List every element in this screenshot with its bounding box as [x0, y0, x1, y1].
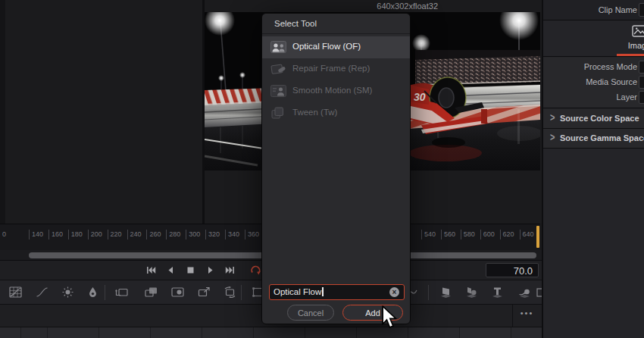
- layer-row: Layer: [543, 90, 644, 105]
- tool-item-label: Repair Frame (Rep): [292, 64, 370, 73]
- ruler-tick-label: 240: [130, 230, 142, 238]
- repair-frame-icon: [270, 63, 286, 75]
- inspector-empty-area: [543, 149, 644, 338]
- ruler-tick-label: 260: [149, 230, 161, 238]
- merge-3d-icon[interactable]: [518, 286, 532, 299]
- chevron-right-icon: >: [550, 112, 555, 124]
- viewer-resolution-label: 640x302xfloat32: [377, 2, 438, 11]
- tool-item-optical-flow[interactable]: Optical Flow (OF): [262, 36, 410, 58]
- fusion-window: 30 640x302xfloat32 0 1401601802002202402…: [0, 0, 644, 338]
- ruler-tick-label: 540: [424, 230, 436, 238]
- ruler-tick-label: 600: [483, 230, 495, 238]
- select-tool-dialog: Select Tool Optical Flow (OF) Repair Fra…: [261, 13, 411, 324]
- clip-name-field[interactable]: [639, 3, 644, 17]
- inspector-sections: > Source Color Space > Source Gamma Spac…: [543, 109, 644, 149]
- timeline-end-marker: [536, 226, 539, 248]
- media-source-label: Media Source: [586, 77, 637, 86]
- options-menu-icon: •••: [513, 308, 541, 318]
- keyframe-grid-strip: [0, 327, 542, 338]
- tool-item-tween[interactable]: Tween (Tw): [262, 102, 410, 124]
- clear-icon: ×: [392, 288, 397, 296]
- transform-icon[interactable]: [224, 286, 237, 299]
- panel-options-button[interactable]: •••: [512, 305, 540, 327]
- ruler-tick-label: 140: [32, 230, 43, 238]
- tween-icon: [270, 107, 286, 119]
- process-mode-row: Process Mode: [543, 60, 644, 75]
- ruler-tick-label: 640: [523, 230, 534, 238]
- media-source-select[interactable]: [639, 76, 644, 89]
- inspector-tab-row: Image: [543, 20, 644, 57]
- text-caret: [322, 287, 324, 296]
- tool-item-smooth-motion[interactable]: Smooth Motion (SM): [262, 80, 410, 102]
- layer-select[interactable]: [639, 91, 644, 104]
- media-source-row: Media Source: [543, 75, 644, 90]
- process-mode-select[interactable]: [639, 61, 644, 74]
- merge-icon[interactable]: [145, 286, 158, 299]
- source-gamma-space-section[interactable]: > Source Gamma Space: [543, 129, 644, 149]
- color-curves-icon[interactable]: [9, 286, 23, 299]
- inspector-panel: Clip Name Image Process Mode: [542, 0, 644, 338]
- brightness-contrast-icon[interactable]: [61, 286, 75, 299]
- ruler-tick-label: 580: [464, 230, 475, 238]
- ruler-tick-label: 280: [169, 230, 180, 238]
- ruler-tick: [68, 230, 69, 239]
- clip-name-label: Clip Name: [599, 5, 637, 14]
- skip-to-start-button[interactable]: [146, 265, 156, 275]
- clear-input-button[interactable]: ×: [389, 287, 399, 297]
- ruler-tick-label: 200: [91, 230, 102, 238]
- ruler-tick-label: 300: [189, 230, 200, 238]
- play-button[interactable]: [205, 265, 215, 275]
- source-color-space-section[interactable]: > Source Color Space: [543, 109, 644, 129]
- image-plane-3d-icon[interactable]: [439, 286, 453, 299]
- ruler-tick: [500, 230, 501, 239]
- optical-flow-icon: [270, 41, 286, 53]
- ruler-tick: [205, 230, 206, 239]
- ruler-tick-label: 180: [71, 230, 83, 238]
- tool-list: Optical Flow (OF) Repair Frame (Rep) Smo…: [262, 36, 410, 124]
- ruler-tick: [146, 230, 147, 239]
- tool-item-repair-frame[interactable]: Repair Frame (Rep): [262, 58, 410, 80]
- ruler-tick: [421, 230, 422, 239]
- toolbar-divider: [428, 285, 429, 300]
- ruler-partial-label: 0: [2, 230, 6, 238]
- blur-icon[interactable]: [86, 286, 100, 299]
- tab-image[interactable]: Image: [617, 23, 644, 57]
- toolbar-divider: [241, 285, 242, 300]
- car-number: 30: [414, 91, 426, 103]
- source-color-space-label: Source Color Space: [560, 114, 639, 123]
- inspector-fields: Process Mode Media Source Layer: [543, 58, 644, 108]
- toolbar-divider: [105, 285, 105, 300]
- tab-active-underline: [617, 54, 644, 56]
- dialog-title: Select Tool: [262, 14, 410, 34]
- ruler-tick: [245, 230, 245, 239]
- tool-item-label: Smooth Motion (SM): [292, 86, 372, 95]
- tool-item-label: Tween (Tw): [292, 108, 337, 117]
- ruler-tick: [520, 230, 521, 239]
- clip-name-row: Clip Name: [543, 0, 644, 20]
- playback-speed-field[interactable]: 70.0: [486, 263, 539, 277]
- ruler-tick-label: 560: [444, 230, 455, 238]
- cancel-button[interactable]: Cancel: [287, 305, 334, 321]
- chevron-right-icon: >: [550, 132, 555, 143]
- transport-controls: [146, 264, 262, 276]
- loop-playback-button[interactable]: [249, 264, 262, 276]
- resize-icon[interactable]: [198, 286, 211, 299]
- matte-control-icon[interactable]: [171, 286, 185, 299]
- ruler-tick: [29, 230, 30, 239]
- ruler-tick: [48, 230, 49, 239]
- ruler-tick: [127, 230, 128, 239]
- tab-image-label: Image: [628, 41, 644, 50]
- skip-to-end-button[interactable]: [225, 265, 235, 275]
- shape-3d-icon[interactable]: [465, 286, 479, 299]
- ruler-tick: [108, 230, 108, 239]
- ruler-tick-label: 340: [228, 230, 239, 238]
- text-3d-icon[interactable]: [491, 286, 505, 299]
- stop-button[interactable]: [186, 265, 195, 275]
- layer-label: Layer: [616, 92, 637, 102]
- step-back-button[interactable]: [166, 265, 176, 275]
- background-icon[interactable]: [115, 286, 129, 299]
- ruler-tick-label: 160: [52, 230, 63, 238]
- tool-item-label: Optical Flow (OF): [292, 42, 361, 51]
- color-corrector-icon[interactable]: [36, 286, 49, 299]
- tool-search-input[interactable]: Optical Flow: [269, 284, 405, 300]
